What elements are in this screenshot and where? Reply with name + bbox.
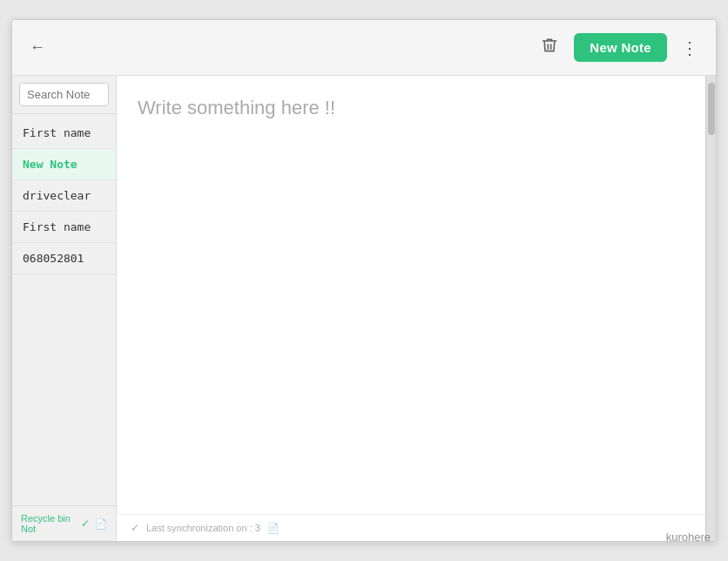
- note-label-1: First name: [23, 126, 91, 139]
- editor-footer: ✓ Last synchronization on : 3 📄: [117, 514, 705, 541]
- main-content: First name New Note driveclear First nam…: [12, 76, 716, 541]
- new-note-button[interactable]: New Note: [574, 33, 667, 62]
- recycle-icon: ✓: [81, 517, 90, 530]
- editor-content[interactable]: Write something here !!: [117, 76, 705, 514]
- note-item-3[interactable]: driveclear: [12, 180, 116, 212]
- note-label-2: New Note: [23, 158, 78, 171]
- footer-text: Last synchronization on : 3: [146, 523, 260, 533]
- editor-placeholder: Write something here !!: [138, 97, 684, 119]
- delete-button[interactable]: [532, 31, 567, 64]
- sidebar-footer[interactable]: Recycle bin Not ✓ 📄: [12, 505, 116, 541]
- watermark: kurohere: [666, 531, 711, 544]
- note-label-3: driveclear: [23, 189, 91, 202]
- app-window: ← New Note ⋮ First: [11, 19, 717, 542]
- sidebar: First name New Note driveclear First nam…: [12, 76, 117, 541]
- footer-label: Recycle bin Not: [21, 513, 76, 534]
- note-item-5[interactable]: 068052801: [12, 243, 116, 274]
- more-options-button[interactable]: ⋮: [674, 34, 705, 62]
- note-label-5: 068052801: [23, 252, 84, 265]
- new-note-label: New Note: [590, 40, 651, 55]
- note-item-1[interactable]: First name: [12, 118, 116, 149]
- scrollbar[interactable]: [705, 76, 716, 541]
- note-item-4[interactable]: First name: [12, 212, 116, 243]
- sync-icon: ✓: [131, 522, 139, 534]
- top-bar: ← New Note ⋮: [12, 20, 716, 76]
- scrollbar-thumb: [708, 83, 715, 135]
- search-input[interactable]: [19, 83, 109, 106]
- note-label-4: First name: [23, 220, 91, 233]
- notes-list: First name New Note driveclear First nam…: [12, 114, 116, 505]
- file-icon: 📄: [95, 518, 107, 530]
- editor-area: Write something here !! ✓ Last synchroni…: [117, 76, 705, 541]
- back-icon: ←: [30, 38, 45, 56]
- file-icon-footer: 📄: [267, 523, 280, 534]
- note-item-2[interactable]: New Note: [12, 149, 116, 180]
- search-container: [12, 76, 116, 114]
- back-button[interactable]: ←: [23, 35, 52, 60]
- more-icon: ⋮: [681, 38, 698, 57]
- trash-icon: [541, 37, 558, 54]
